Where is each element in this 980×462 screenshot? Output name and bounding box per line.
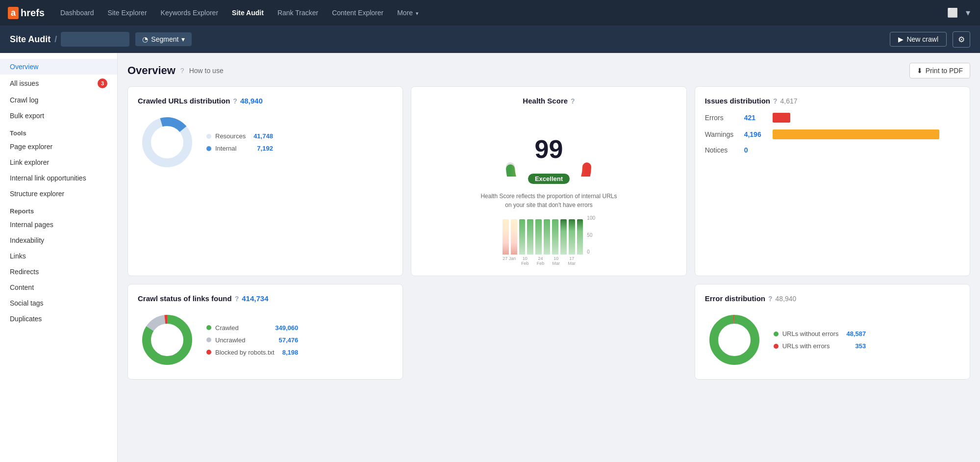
bar-group-9 bbox=[569, 219, 575, 255]
nav-chevron-right-icon[interactable]: ▾ bbox=[964, 5, 972, 20]
bar-group-2 bbox=[511, 219, 517, 255]
page-title: Overview bbox=[127, 64, 176, 77]
sidebar-item-page-explorer[interactable]: Page explorer bbox=[0, 139, 117, 154]
errors-row: Errors 421 bbox=[705, 113, 960, 123]
sidebar-item-duplicates[interactable]: Duplicates bbox=[0, 311, 117, 327]
how-to-use-label: How to use bbox=[189, 67, 224, 75]
redirects-label: Redirects bbox=[10, 268, 39, 276]
link-explorer-label: Link explorer bbox=[10, 158, 49, 166]
sidebar-item-crawl-log[interactable]: Crawl log bbox=[0, 92, 117, 108]
bar-group-7 bbox=[552, 219, 558, 255]
crawled-legend-dot bbox=[206, 325, 211, 330]
health-score-title: Health Score ? bbox=[523, 97, 575, 105]
logo[interactable]: a hrefs bbox=[8, 7, 45, 19]
sidebar-item-overview[interactable]: Overview bbox=[0, 59, 117, 75]
health-description: Health Score reflects the proportion of … bbox=[480, 192, 617, 209]
more-chevron-icon: ▾ bbox=[416, 10, 419, 16]
error-dist-total: 48,940 bbox=[776, 295, 797, 303]
uncrawled-legend-value: 57,476 bbox=[275, 336, 298, 344]
print-to-pdf-button[interactable]: ⬇ Print to PDF bbox=[909, 63, 970, 78]
error-dist-info-icon[interactable]: ? bbox=[768, 295, 773, 303]
warnings-bar-wrap bbox=[773, 129, 960, 139]
sidebar-item-content[interactable]: Content bbox=[0, 280, 117, 295]
crawled-urls-info-icon[interactable]: ? bbox=[233, 97, 237, 105]
crawled-legend-label: Crawled bbox=[215, 324, 239, 332]
sidebar-item-link-explorer[interactable]: Link explorer bbox=[0, 154, 117, 170]
no-errors-legend-dot bbox=[774, 332, 779, 336]
issues-distribution-card: Issues distribution ? 4,617 Errors 421 bbox=[695, 86, 970, 276]
how-to-use-button[interactable]: How to use bbox=[189, 67, 224, 75]
sidebar-item-bulk-export[interactable]: Bulk export bbox=[0, 108, 117, 124]
nav-item-site-audit[interactable]: Site Audit bbox=[226, 6, 270, 20]
content-area: Overview ? How to use ⬇ Print to PDF Cra… bbox=[118, 53, 980, 462]
sidebar-item-links[interactable]: Links bbox=[0, 248, 117, 264]
x-label-mar1: 10 Mar bbox=[549, 256, 563, 266]
svg-point-7 bbox=[714, 319, 755, 360]
sidebar-item-internal-pages[interactable]: Internal pages bbox=[0, 217, 117, 232]
sidebar-item-redirects[interactable]: Redirects bbox=[0, 264, 117, 280]
content-label: Content bbox=[10, 283, 34, 291]
bar-7 bbox=[552, 219, 558, 255]
error-dist-title: Error distribution ? 48,940 bbox=[705, 294, 960, 303]
indexability-label: Indexability bbox=[10, 236, 44, 244]
new-crawl-button[interactable]: ▶ New crawl bbox=[890, 32, 947, 47]
bar-8 bbox=[560, 219, 567, 255]
error-distribution-card: Error distribution ? 48,940 URLs without… bbox=[695, 284, 970, 380]
nav-item-more[interactable]: More ▾ bbox=[391, 6, 425, 20]
x-label-jan: 27 Jan bbox=[503, 256, 516, 266]
resources-legend-item: Resources 41,748 bbox=[206, 132, 273, 140]
with-errors-legend-label: URLs with errors bbox=[782, 342, 830, 350]
sidebar-item-internal-link-opportunities[interactable]: Internal link opportunities bbox=[0, 170, 117, 186]
resources-legend-dot bbox=[206, 134, 211, 139]
reports-section-title: Reports bbox=[0, 202, 117, 217]
y-label-0: 0 bbox=[587, 249, 595, 255]
nav-item-keywords-explorer[interactable]: Keywords Explorer bbox=[155, 6, 225, 20]
with-errors-legend-item: URLs with errors 353 bbox=[774, 342, 866, 350]
logo-icon: a bbox=[8, 7, 19, 19]
crawled-urls-legend: Resources 41,748 Internal 7,192 bbox=[206, 132, 273, 152]
domain-input[interactable] bbox=[61, 32, 129, 47]
sidebar-item-all-issues[interactable]: All issues 3 bbox=[0, 75, 117, 92]
segment-button[interactable]: ◔ Segment ▾ bbox=[135, 32, 192, 46]
warnings-value: 4,196 bbox=[744, 130, 769, 138]
crawled-urls-donut-chart bbox=[138, 113, 197, 172]
sidebar-item-structure-explorer[interactable]: Structure explorer bbox=[0, 186, 117, 202]
segment-icon: ◔ bbox=[142, 35, 148, 43]
crawl-status-info-icon[interactable]: ? bbox=[235, 295, 239, 303]
logo-text: hrefs bbox=[21, 7, 45, 19]
nav-item-site-explorer[interactable]: Site Explorer bbox=[101, 6, 152, 20]
sidebar-item-indexability[interactable]: Indexability bbox=[0, 232, 117, 248]
issues-rows: Errors 421 Warnings 4,196 bbox=[705, 113, 960, 154]
issues-dist-info-icon[interactable]: ? bbox=[773, 97, 778, 105]
warnings-label: Warnings bbox=[705, 130, 744, 138]
bar-10 bbox=[577, 219, 583, 255]
bar-4 bbox=[527, 219, 533, 255]
nav-item-rank-tracker[interactable]: Rank Tracker bbox=[272, 6, 324, 20]
crawl-status-card: Crawl status of links found ? 414,734 bbox=[127, 284, 403, 380]
with-errors-legend-dot bbox=[774, 344, 779, 349]
health-score-number: 99 bbox=[535, 136, 563, 162]
nav-item-dashboard[interactable]: Dashboard bbox=[54, 6, 100, 20]
crawl-status-legend: Crawled 349,060 Uncrawled 57,476 Blocked… bbox=[206, 324, 298, 356]
bar-6 bbox=[544, 219, 550, 255]
nav-item-content-explorer[interactable]: Content Explorer bbox=[326, 6, 389, 20]
notices-row: Notices 0 bbox=[705, 146, 960, 154]
tools-section-title: Tools bbox=[0, 124, 117, 139]
error-dist-donut-chart bbox=[705, 310, 764, 369]
crawled-legend-value: 349,060 bbox=[271, 324, 298, 332]
health-score-info-icon[interactable]: ? bbox=[571, 97, 575, 105]
bulk-export-label: Bulk export bbox=[10, 112, 44, 120]
all-issues-badge: 3 bbox=[98, 78, 107, 88]
monitor-icon[interactable]: ⬜ bbox=[945, 5, 960, 20]
overview-title: Overview ? How to use bbox=[127, 64, 224, 77]
bar-group-3 bbox=[519, 219, 526, 255]
y-label-50: 50 bbox=[587, 232, 595, 238]
settings-button[interactable]: ⚙ bbox=[953, 31, 970, 48]
bar-3 bbox=[519, 219, 526, 255]
warnings-row: Warnings 4,196 bbox=[705, 129, 960, 139]
crawled-urls-donut-container: Resources 41,748 Internal 7,192 bbox=[138, 113, 393, 172]
bar-group-5 bbox=[535, 219, 542, 255]
internal-link-opps-label: Internal link opportunities bbox=[10, 174, 86, 182]
sidebar-item-social-tags[interactable]: Social tags bbox=[0, 295, 117, 311]
errors-bar-wrap bbox=[773, 113, 960, 123]
